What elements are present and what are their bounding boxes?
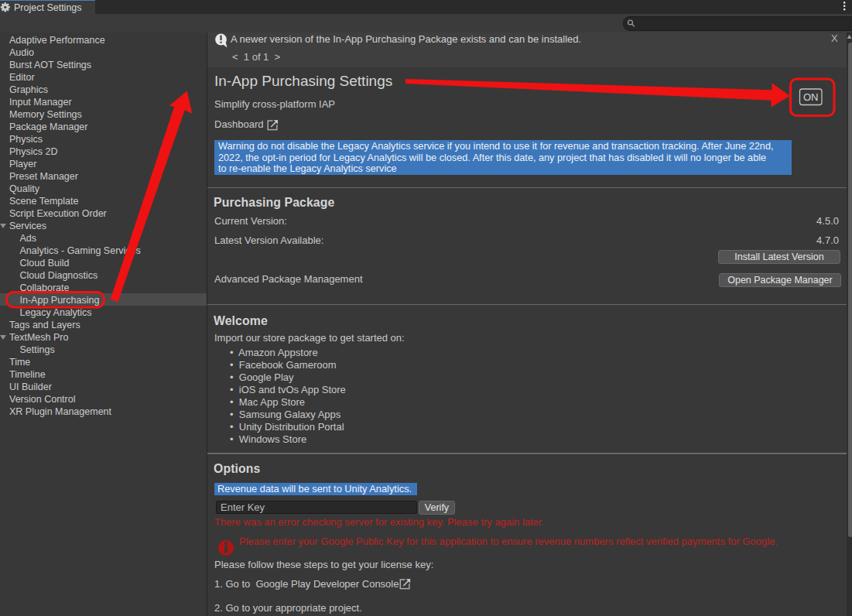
svg-text:ON: ON — [803, 91, 819, 103]
